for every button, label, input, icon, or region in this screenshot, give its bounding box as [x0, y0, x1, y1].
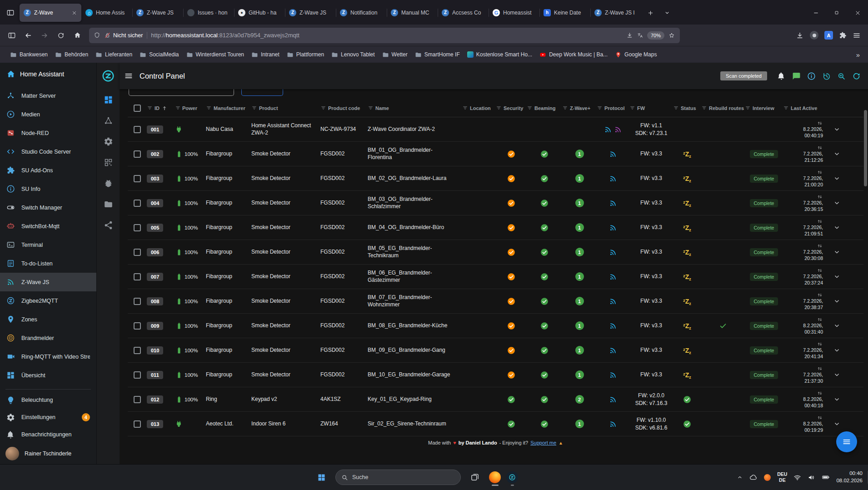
sidebar-item-grid[interactable]: Übersicht [0, 366, 96, 385]
expand-row-button[interactable] [827, 125, 847, 133]
tray-app-icon[interactable] [764, 474, 771, 481]
bookmark-item[interactable]: Lieferanten [92, 50, 136, 60]
sidebar-item-gear[interactable]: Einstellungen4 [0, 409, 96, 426]
expand-row-button[interactable] [827, 371, 847, 379]
taskbar-search[interactable]: Suche [335, 470, 461, 485]
row-checkbox[interactable] [134, 126, 141, 133]
translate-extension-icon[interactable]: A [824, 31, 833, 40]
minimize-button[interactable] [805, 3, 826, 23]
device-row[interactable]: 006100%FibargroupSmoke DetectorFGSD002BM… [128, 240, 863, 265]
sidebar-item-info[interactable]: SU Info [0, 180, 96, 198]
browser-tab[interactable]: ZAccsess Co [438, 4, 489, 22]
app-info-button[interactable] [807, 72, 816, 80]
bookmark-item[interactable]: Behörden [51, 50, 92, 60]
url-bar[interactable]: Nicht sicher http://homeassistant.local:… [89, 28, 680, 43]
column-header-beaming[interactable]: Beaming [527, 105, 562, 111]
sidebar-item-nodered[interactable]: Node-RED [0, 124, 96, 142]
reload-button[interactable] [54, 28, 68, 43]
back-button[interactable] [21, 28, 35, 43]
row-checkbox[interactable] [134, 298, 141, 305]
rail-item-settings[interactable] [97, 131, 120, 152]
bookmark-item[interactable]: Lenovo Tablet [328, 50, 379, 60]
app-menu-button[interactable] [124, 71, 133, 80]
row-checkbox[interactable] [134, 150, 141, 158]
bookmark-item[interactable]: Winterdienst Touren [183, 50, 248, 60]
notifications-button[interactable] [777, 72, 786, 80]
column-header-name[interactable]: Name [368, 105, 462, 111]
expand-row-button[interactable] [827, 297, 847, 305]
expand-row-button[interactable] [827, 199, 847, 207]
rail-item-network-graph[interactable] [97, 110, 120, 131]
advanced-search-button[interactable] [837, 72, 846, 80]
expand-row-button[interactable] [827, 273, 847, 280]
row-checkbox[interactable] [134, 200, 141, 207]
table-scrollbar[interactable] [864, 110, 867, 186]
bookmark-item[interactable]: Wetter [379, 50, 411, 60]
taskview-button[interactable] [466, 468, 484, 486]
device-row[interactable]: 003100%FibargroupSmoke DetectorFGSD002BM… [128, 166, 863, 191]
browser-tab[interactable]: ZManual MC [387, 4, 438, 22]
column-header-zwave_plus[interactable]: Z-Wave+ [562, 105, 597, 111]
zoom-level-button[interactable]: 70% [647, 31, 664, 40]
sidebar-toggle-button[interactable] [5, 28, 19, 43]
row-checkbox[interactable] [134, 396, 141, 403]
device-row[interactable]: 001Nabu CasaHome Assistant Connect ZWA-2… [128, 117, 863, 142]
start-button[interactable] [313, 468, 330, 486]
column-header-rebuild[interactable]: Rebuild routes [701, 105, 745, 111]
browser-tab[interactable]: ●GitHub - ha [234, 4, 285, 22]
adblock-extension-icon[interactable] [810, 31, 818, 40]
bookmark-item[interactable]: Intranet [248, 50, 283, 60]
browser-tab[interactable]: ⌂Home Assis [81, 4, 132, 22]
list-all-tabs-button[interactable] [659, 5, 675, 20]
language-indicator[interactable]: DEU DE [777, 471, 787, 483]
row-checkbox[interactable] [134, 224, 141, 231]
forward-button[interactable] [37, 28, 52, 43]
bookmark-item[interactable]: Plattformen [283, 50, 328, 60]
sidebar-item-bell[interactable]: Benachrichtigungen [0, 426, 96, 443]
bookmarks-overflow-button[interactable]: » [854, 51, 862, 59]
select-all-checkbox[interactable] [128, 105, 147, 112]
sidebar-item-media[interactable]: Medien [0, 105, 96, 124]
expand-row-button[interactable] [827, 248, 847, 256]
device-row[interactable]: 013Aeotec Ltd.Indoor Siren 6ZW164Sir_02_… [128, 412, 863, 436]
device-row[interactable]: 010100%FibargroupSmoke DetectorFGSD002BM… [128, 338, 863, 363]
bookmark-item[interactable]: Bankwesen [6, 50, 51, 60]
sidebar-item-zigbee[interactable]: Zigbee2MQTT [0, 291, 96, 310]
device-row[interactable]: 009100%FibargroupSmoke DetectorFGSD002BM… [128, 314, 863, 338]
rail-item-control-panel[interactable] [97, 89, 120, 110]
rail-item-debug[interactable] [97, 173, 120, 194]
refresh-button[interactable] [852, 72, 861, 80]
new-tab-button[interactable] [643, 5, 658, 20]
close-tab-button[interactable] [71, 10, 77, 16]
browser-tab[interactable]: ZNotification [336, 4, 387, 22]
chat-button[interactable] [792, 72, 801, 80]
sidebar-profile[interactable]: Rainer Tschinderle [0, 443, 96, 464]
browser-tab[interactable]: GHomeassist [489, 4, 539, 22]
browser-tab[interactable]: ZZ-Wave [20, 4, 81, 22]
column-header-product[interactable]: Product [251, 105, 320, 111]
bookmark-item[interactable]: Google Maps [611, 50, 660, 60]
bookmark-item[interactable]: Kostenlose Smart Ho... [464, 50, 536, 60]
expand-row-button[interactable] [827, 346, 847, 354]
row-checkbox[interactable] [134, 420, 141, 428]
device-row[interactable]: 005100%FibargroupSmoke DetectorFGSD002BM… [128, 215, 863, 240]
sidebar-item-bot[interactable]: SwitchBot-Mqtt [0, 217, 96, 235]
browser-tab[interactable]: ZZ-Wave JS I [590, 4, 641, 22]
sidebar-item-bulb[interactable]: Beleuchtung [0, 391, 96, 409]
expand-row-button[interactable] [827, 150, 847, 158]
sidebar-item-terminal[interactable]: Terminal [0, 235, 96, 254]
history-button[interactable] [822, 72, 831, 80]
zwave-taskbar-app[interactable] [506, 469, 518, 486]
rail-item-smart-start[interactable] [97, 152, 120, 173]
expand-row-button[interactable] [827, 322, 847, 330]
maximize-button[interactable] [826, 3, 847, 23]
taskbar-clock[interactable]: 00:40 08.02.2026 [836, 470, 863, 484]
expand-row-button[interactable] [827, 420, 847, 428]
row-checkbox[interactable] [134, 273, 141, 280]
sidebar-item-zones[interactable]: Zones [0, 310, 96, 329]
browser-tab[interactable]: Issues · hon [183, 4, 234, 22]
firefox-view-button[interactable] [3, 5, 18, 20]
device-row[interactable]: 002100%FibargroupSmoke DetectorFGSD002BM… [128, 142, 863, 166]
expand-row-button[interactable] [827, 175, 847, 182]
browser-tab[interactable]: hKeine Date [539, 4, 590, 22]
